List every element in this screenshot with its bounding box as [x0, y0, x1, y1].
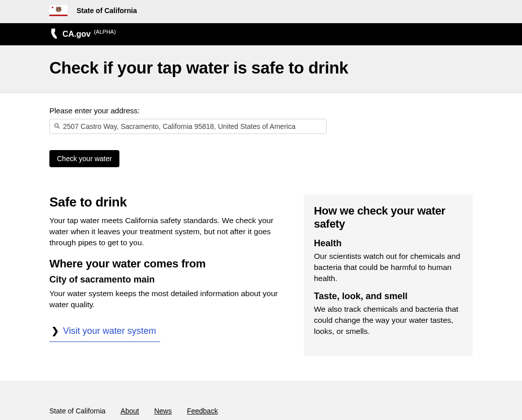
taste-heading: Taste, look, and smell: [314, 291, 463, 302]
sidebar-panel: How we check your water safety Health Ou…: [304, 194, 473, 356]
chevron-right-icon: ❯: [51, 325, 59, 336]
brand-label[interactable]: CA.gov (ALPHA): [62, 29, 116, 39]
alpha-badge: (ALPHA): [94, 29, 115, 35]
nav-bar: CA.gov (ALPHA): [0, 23, 522, 45]
search-icon: [54, 123, 60, 130]
svg-line-1: [58, 126, 60, 128]
check-water-button[interactable]: Check your water: [49, 150, 119, 167]
address-prompt: Please enter your address:: [49, 106, 473, 115]
source-heading: Where your water comes from: [49, 257, 288, 270]
visit-link-label[interactable]: Visit your water system: [63, 326, 156, 336]
address-input-wrap[interactable]: [49, 119, 327, 134]
footer: State of California About News Feedback: [0, 381, 522, 420]
health-body: Our scientists watch out for chemicals a…: [314, 251, 463, 284]
sidebar-heading: How we check your water safety: [314, 204, 463, 231]
status-body: Your tap water meets California safety s…: [49, 215, 288, 248]
footer-state-label: State of California: [49, 407, 105, 415]
top-bar: ★ 🐻 State of California: [0, 0, 522, 23]
taste-body: We also track chemicals and bacteria tha…: [314, 304, 463, 337]
california-flag-icon: ★ 🐻: [49, 5, 68, 16]
main-content: Please enter your address: Check your wa…: [49, 93, 473, 381]
california-outline-icon: [49, 28, 58, 39]
state-label: State of California: [77, 7, 137, 15]
water-system-name: City of sacramento main: [49, 274, 288, 285]
footer-link-feedback[interactable]: Feedback: [187, 407, 218, 415]
svg-point-0: [55, 123, 58, 127]
footer-link-about[interactable]: About: [120, 407, 139, 415]
status-heading: Safe to drink: [49, 194, 288, 210]
results-left: Safe to drink Your tap water meets Calif…: [49, 194, 288, 342]
water-system-body: Your water system keeps the most detaile…: [49, 288, 288, 310]
page-title: Check if your tap water is safe to drink: [49, 58, 473, 78]
footer-link-news[interactable]: News: [154, 407, 172, 415]
visit-water-system-link[interactable]: ❯ Visit your water system: [49, 321, 160, 342]
health-heading: Health: [314, 238, 463, 249]
brand-text: CA.gov: [62, 30, 91, 38]
title-area: Check if your tap water is safe to drink: [0, 45, 522, 93]
address-input[interactable]: [63, 122, 322, 130]
